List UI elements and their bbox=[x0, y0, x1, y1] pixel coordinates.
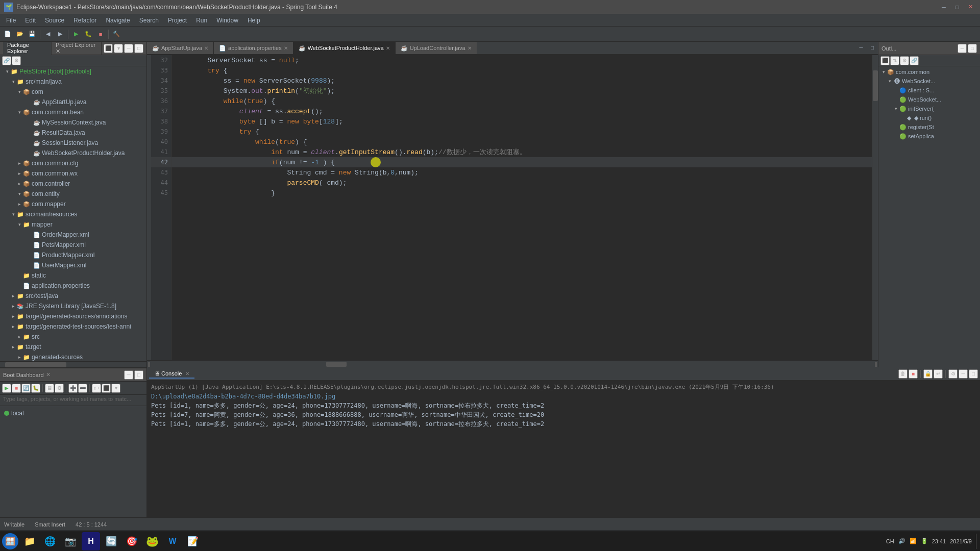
back-button[interactable]: ◀ bbox=[42, 29, 54, 40]
tree-item-jre[interactable]: ▸ 📚 JRE System Library [JavaSE-1.8] bbox=[0, 301, 146, 311]
tree-item-target[interactable]: ▸ 📁 target bbox=[0, 342, 146, 352]
minimize-button[interactable]: ─ bbox=[938, 2, 949, 13]
taskbar-word[interactable]: W bbox=[163, 532, 182, 550]
outline-filter[interactable]: ⚙ bbox=[900, 56, 909, 65]
tree-item-mapper[interactable]: ▸ 📦 com.mapper bbox=[0, 199, 146, 209]
console-output[interactable]: AppStartUp (1) [Java Application] E:\sts… bbox=[147, 381, 980, 531]
tree-item-appstartup[interactable]: ☕ AppStartUp.java bbox=[0, 97, 146, 107]
panel-maximize-button[interactable]: □ bbox=[134, 44, 143, 53]
boot-item-local[interactable]: local bbox=[4, 408, 142, 418]
tray-show-desktop[interactable] bbox=[976, 534, 978, 549]
console-max[interactable]: □ bbox=[969, 369, 978, 379]
boot-filter[interactable]: ▾ bbox=[111, 384, 120, 393]
tab-app-properties[interactable]: 📄 application.properties ✕ bbox=[214, 42, 293, 54]
tree-item-usermapper[interactable]: 📄 UserMapper.xml bbox=[0, 260, 146, 270]
outline-item-websocket[interactable]: ▾ 🅒 WebSocket... bbox=[878, 77, 980, 86]
forward-button[interactable]: ▶ bbox=[55, 29, 66, 40]
outline-item-initserver[interactable]: ▾ 🟢 initServer( bbox=[878, 104, 980, 113]
console-word-wrap[interactable]: ↩ bbox=[934, 369, 943, 379]
taskbar-browser[interactable]: 🌐 bbox=[41, 532, 59, 550]
outline-collapse[interactable]: ⬛ bbox=[880, 56, 890, 65]
code-editor[interactable]: ServerSocket ss = null; try { ss = new S… bbox=[172, 55, 872, 360]
filter-button[interactable]: ⚙ bbox=[12, 56, 21, 65]
tab-console[interactable]: 🖥 Console ✕ bbox=[149, 369, 194, 379]
save-button[interactable]: 💾 bbox=[27, 29, 38, 40]
editor-h-scrollbar[interactable] bbox=[147, 360, 878, 367]
tab-websocket[interactable]: ☕ WebSocketProductHolder.java ✕ bbox=[293, 42, 396, 54]
panel-settings-button[interactable]: ▾ bbox=[114, 44, 123, 53]
taskbar-target[interactable]: 🎯 bbox=[122, 532, 141, 550]
menu-file[interactable]: File bbox=[2, 16, 20, 25]
tab-upload[interactable]: ☕ UpLoadController.java ✕ bbox=[396, 42, 477, 54]
console-settings[interactable]: ⚙ bbox=[948, 369, 958, 379]
taskbar-files[interactable]: 📁 bbox=[20, 532, 39, 550]
outline-item-register[interactable]: 🟢 register(St bbox=[878, 122, 980, 132]
boot-settings[interactable]: ⚙ bbox=[55, 384, 64, 393]
menu-edit[interactable]: Edit bbox=[21, 16, 40, 25]
outline-item-client[interactable]: 🔵 client : S... bbox=[878, 86, 980, 95]
tree-item-src-test-java[interactable]: ▸ 📁 src/test/java bbox=[0, 291, 146, 301]
taskbar-start[interactable]: 🪟 bbox=[2, 533, 18, 549]
tree-item-src-resources[interactable]: ▾ 📁 src/main/resources bbox=[0, 209, 146, 219]
menu-refactor[interactable]: Refactor bbox=[69, 16, 101, 25]
tree-item-mysession[interactable]: ☕ MySessionContext.java bbox=[0, 117, 146, 128]
tree-item-petsstore[interactable]: ▾ 📁 PetsStore [boot] [devtools] bbox=[0, 66, 146, 77]
tree-item-controller[interactable]: ▸ 📦 com.controller bbox=[0, 179, 146, 189]
console-clear[interactable]: 🗑 bbox=[898, 369, 908, 379]
taskbar-eclipse[interactable]: 🐸 bbox=[143, 532, 161, 550]
tree-item-entity[interactable]: ▾ 📦 com.entity bbox=[0, 189, 146, 199]
debug-button[interactable]: 🐛 bbox=[83, 29, 94, 40]
tree-item-petsmapper[interactable]: 📄 PetsMapper.xml bbox=[0, 240, 146, 250]
tree-item-common-bean[interactable]: ▾ 📦 com.common.bean bbox=[0, 107, 146, 117]
tree-item-gen-sources2[interactable]: ▸ 📁 generated-sources bbox=[0, 352, 146, 361]
tab-websocket-close[interactable]: ✕ bbox=[386, 45, 390, 51]
open-button[interactable]: 📂 bbox=[14, 29, 26, 40]
boot-tag[interactable]: 🏷 bbox=[92, 384, 101, 393]
menu-search[interactable]: Search bbox=[135, 16, 163, 25]
new-button[interactable]: 📄 bbox=[2, 29, 13, 40]
outline-sort[interactable]: ⇅ bbox=[890, 56, 899, 65]
close-button[interactable]: ✕ bbox=[965, 2, 976, 13]
run-button[interactable]: ▶ bbox=[70, 29, 82, 40]
tree-item-src-main-java[interactable]: ▾ 📁 src/main/java bbox=[0, 77, 146, 87]
tree-item-mapper-folder[interactable]: ▾ 📁 mapper bbox=[0, 219, 146, 230]
boot-open-console[interactable]: 🖥 bbox=[45, 384, 54, 393]
taskbar-camera[interactable]: 📷 bbox=[61, 532, 80, 550]
panel-minimize-button[interactable]: ─ bbox=[124, 44, 133, 53]
outline-min[interactable]: ─ bbox=[958, 44, 967, 53]
tree-item-gen-sources[interactable]: ▸ 📁 target/generated-sources/annotations bbox=[0, 311, 146, 321]
tree-item-common-wx[interactable]: ▸ 📦 com.common.wx bbox=[0, 168, 146, 179]
editor-scrollbar[interactable] bbox=[872, 55, 878, 360]
console-stop[interactable]: ■ bbox=[909, 369, 918, 379]
menu-window[interactable]: Window bbox=[212, 16, 242, 25]
tree-item-static[interactable]: 📁 static bbox=[0, 270, 146, 281]
tree-item-websocket[interactable]: ☕ WebSocketProductHolder.java bbox=[0, 148, 146, 158]
outline-link[interactable]: 🔗 bbox=[910, 56, 919, 65]
taskbar-app-h[interactable]: H bbox=[82, 532, 100, 550]
build-button[interactable]: 🔨 bbox=[111, 29, 122, 40]
tree-item-productmapper[interactable]: 📄 ProductMapper.xml bbox=[0, 250, 146, 260]
tab-appstartup-close[interactable]: ✕ bbox=[204, 45, 208, 51]
boot-restart[interactable]: 🔄 bbox=[21, 384, 31, 393]
outline-item-run[interactable]: ◆ ◆ run() bbox=[878, 113, 980, 122]
link-editor-button[interactable]: 🔗 bbox=[2, 56, 11, 65]
boot-max[interactable]: □ bbox=[134, 370, 143, 380]
tree-h-scrollbar[interactable] bbox=[0, 361, 146, 367]
maximize-button[interactable]: □ bbox=[951, 2, 963, 13]
editor-min-button[interactable]: ─ bbox=[855, 42, 867, 53]
taskbar-refresh[interactable]: 🔄 bbox=[102, 532, 120, 550]
tree-item-gen-test-sources[interactable]: ▸ 📁 target/generated-test-sources/test-a… bbox=[0, 321, 146, 332]
menu-help[interactable]: Help bbox=[243, 16, 264, 25]
tab-project-explorer[interactable]: Project Explorer ✕ bbox=[52, 42, 102, 56]
tree-item-resultdata[interactable]: ☕ ResultData.java bbox=[0, 128, 146, 138]
menu-project[interactable]: Project bbox=[164, 16, 191, 25]
taskbar-notepad[interactable]: 📝 bbox=[184, 532, 202, 550]
boot-debug[interactable]: 🐛 bbox=[31, 384, 40, 393]
boot-min[interactable]: ─ bbox=[124, 370, 133, 380]
outline-tree[interactable]: ▾ 📦 com.common ▾ 🅒 WebSocket... 🔵 client… bbox=[878, 66, 980, 367]
tree-item-ordermapper[interactable]: 📄 OrderMapper.xml bbox=[0, 230, 146, 240]
tree-item-src[interactable]: ▸ 📁 src bbox=[0, 332, 146, 342]
package-tree[interactable]: ▾ 📁 PetsStore [boot] [devtools] ▾ 📁 src/… bbox=[0, 66, 146, 361]
boot-remove[interactable]: ➖ bbox=[78, 384, 87, 393]
boot-start[interactable]: ▶ bbox=[2, 384, 11, 393]
